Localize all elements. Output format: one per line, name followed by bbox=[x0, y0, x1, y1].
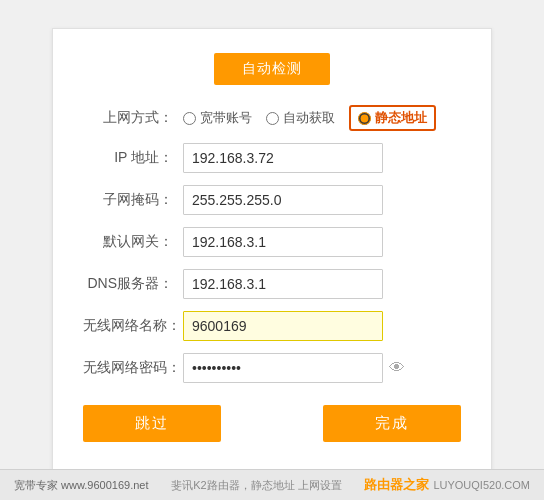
gateway-row: 默认网关： bbox=[83, 227, 461, 257]
pwd-input[interactable] bbox=[183, 353, 383, 383]
subnet-input[interactable] bbox=[183, 185, 383, 215]
radio-pppoe[interactable] bbox=[183, 112, 196, 125]
subnet-label: 子网掩码： bbox=[83, 191, 173, 209]
ip-row: IP 地址： bbox=[83, 143, 461, 173]
dns-row: DNS服务器： bbox=[83, 269, 461, 299]
option-pppoe-label: 宽带账号 bbox=[200, 109, 252, 127]
ip-label: IP 地址： bbox=[83, 149, 173, 167]
pwd-label: 无线网络密码： bbox=[83, 359, 173, 377]
dns-input[interactable] bbox=[183, 269, 383, 299]
footer-right: 路由器之家 LUYOUQI520.COM bbox=[364, 476, 530, 494]
subnet-row: 子网掩码： bbox=[83, 185, 461, 215]
skip-button[interactable]: 跳过 bbox=[83, 405, 221, 442]
done-button[interactable]: 完成 bbox=[323, 405, 461, 442]
connection-type-row: 上网方式： 宽带账号 自动获取 静态地址 bbox=[83, 105, 461, 131]
gateway-label: 默认网关： bbox=[83, 233, 173, 251]
auto-detect-row: 自动检测 bbox=[83, 53, 461, 85]
option-pppoe[interactable]: 宽带账号 bbox=[183, 109, 252, 127]
option-static-label: 静态地址 bbox=[375, 109, 427, 127]
footer-left-text: 宽带专家 www.9600169.net bbox=[14, 478, 149, 493]
connection-type-label: 上网方式： bbox=[83, 109, 173, 127]
ssid-label: 无线网络名称： bbox=[83, 317, 173, 335]
main-card: 自动检测 上网方式： 宽带账号 自动获取 静态地址 IP 地址： bbox=[52, 28, 492, 471]
radio-dhcp[interactable] bbox=[266, 112, 279, 125]
footer-url: LUYOUQI520.COM bbox=[433, 479, 530, 491]
dns-label: DNS服务器： bbox=[83, 275, 173, 293]
pwd-row: 无线网络密码： 👁 bbox=[83, 353, 461, 383]
radio-static[interactable] bbox=[358, 112, 371, 125]
static-addr-box: 静态地址 bbox=[349, 105, 436, 131]
gateway-input[interactable] bbox=[183, 227, 383, 257]
option-dhcp-label: 自动获取 bbox=[283, 109, 335, 127]
pwd-field-wrapper: 👁 bbox=[183, 353, 405, 383]
auto-detect-button[interactable]: 自动检测 bbox=[214, 53, 330, 85]
ssid-row: 无线网络名称： bbox=[83, 311, 461, 341]
radio-group: 宽带账号 自动获取 静态地址 bbox=[183, 105, 436, 131]
button-row: 跳过 完成 bbox=[83, 405, 461, 442]
footer-center-text: 斐讯K2路由器，静态地址 上网设置 bbox=[171, 478, 342, 493]
ssid-input[interactable] bbox=[183, 311, 383, 341]
footer-bar: 宽带专家 www.9600169.net 斐讯K2路由器，静态地址 上网设置 路… bbox=[0, 469, 544, 500]
footer-logo: 路由器之家 bbox=[364, 476, 429, 494]
ip-input[interactable] bbox=[183, 143, 383, 173]
option-static[interactable]: 静态地址 bbox=[358, 109, 427, 127]
eye-icon[interactable]: 👁 bbox=[389, 359, 405, 377]
option-dhcp[interactable]: 自动获取 bbox=[266, 109, 335, 127]
